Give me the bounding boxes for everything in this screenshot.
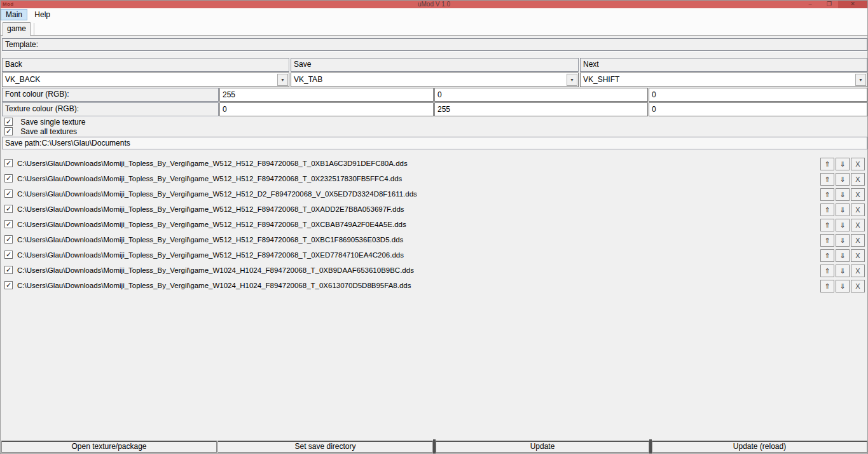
remove-icon[interactable]: X: [851, 203, 865, 216]
texture-path: C:\Users\Glau\Downloads\Momiji_Topless_B…: [17, 160, 408, 167]
move-down-icon[interactable]: ⇓: [836, 265, 850, 277]
texture-row: ✓ C:\Users\Glau\Downloads\Momiji_Topless…: [1, 248, 867, 263]
open-texture-package-button[interactable]: Open texture/package: [1, 441, 217, 453]
move-up-icon[interactable]: ⇑: [820, 234, 834, 247]
texture-colour-label: Texture colour (RGB):: [2, 102, 219, 116]
texture-colour-g-input[interactable]: [434, 102, 648, 116]
move-down-icon[interactable]: ⇓: [836, 203, 850, 216]
save-single-texture-label: Save single texture: [20, 118, 85, 127]
tab-strip: game: [1, 21, 867, 36]
menu-item-help[interactable]: Help: [29, 9, 55, 20]
menu-item-main[interactable]: Main: [1, 9, 27, 20]
menu-bar: Main Help: [1, 8, 867, 21]
update-button[interactable]: Update: [436, 441, 649, 453]
minimize-button[interactable]: –: [801, 1, 819, 8]
texture-path: C:\Users\Glau\Downloads\Momiji_Topless_B…: [17, 190, 417, 198]
checkbox-checked-icon[interactable]: ✓: [4, 189, 13, 198]
font-colour-b-input[interactable]: [649, 88, 867, 102]
hotkey-header-back: Back: [2, 58, 289, 72]
checkbox-checked-icon[interactable]: ✓: [4, 266, 13, 274]
update-reload-button[interactable]: Update (reload): [652, 441, 867, 453]
hotkey-header-next: Next: [580, 58, 867, 72]
remove-icon[interactable]: X: [851, 173, 865, 186]
back-key-select[interactable]: VK_BACK ▼: [2, 72, 289, 87]
move-down-icon[interactable]: ⇓: [836, 188, 850, 201]
move-up-icon[interactable]: ⇑: [820, 188, 834, 201]
remove-icon[interactable]: X: [851, 188, 865, 201]
bottom-bar: Open texture/package Set save directory …: [1, 439, 867, 453]
move-up-icon[interactable]: ⇑: [820, 173, 834, 186]
font-colour-g-input[interactable]: [434, 88, 648, 102]
move-down-icon[interactable]: ⇓: [836, 158, 850, 170]
move-down-icon[interactable]: ⇓: [836, 173, 850, 186]
checkbox-checked-icon[interactable]: ✓: [4, 127, 13, 135]
checkbox-checked-icon[interactable]: ✓: [4, 174, 13, 182]
tab-game[interactable]: game: [3, 22, 31, 36]
move-down-icon[interactable]: ⇓: [836, 280, 850, 292]
texture-colour-r-input[interactable]: [219, 102, 434, 116]
move-up-icon[interactable]: ⇑: [820, 203, 834, 216]
tab-strip-divider: [34, 23, 34, 35]
texture-path: C:\Users\Glau\Downloads\Momiji_Topless_B…: [17, 236, 403, 244]
checkbox-checked-icon[interactable]: ✓: [4, 251, 13, 259]
next-key-value: VK_SHIFT: [583, 75, 619, 84]
texture-path: C:\Users\Glau\Downloads\Momiji_Topless_B…: [17, 175, 402, 182]
checkbox-checked-icon[interactable]: ✓: [4, 159, 13, 167]
move-down-icon[interactable]: ⇓: [836, 234, 850, 247]
chevron-down-icon[interactable]: ▼: [855, 74, 866, 86]
checkbox-checked-icon[interactable]: ✓: [4, 205, 13, 213]
move-up-icon[interactable]: ⇑: [820, 280, 834, 292]
texture-path: C:\Users\Glau\Downloads\Momiji_Topless_B…: [17, 282, 411, 289]
hotkey-header-save: Save: [291, 58, 579, 72]
move-up-icon[interactable]: ⇑: [820, 265, 834, 277]
texture-row: ✓ C:\Users\Glau\Downloads\Momiji_Topless…: [1, 263, 867, 279]
move-up-icon[interactable]: ⇑: [820, 249, 834, 262]
save-key-value: VK_TAB: [294, 75, 322, 84]
save-path-box: Save path:C:\Users\Glau\Documents: [2, 137, 867, 149]
texture-list: ✓ C:\Users\Glau\Downloads\Momiji_Topless…: [1, 156, 867, 294]
umod-window: Mod uMod V 1.0 – ❐ ✕ Main Help game Temp…: [0, 0, 868, 454]
move-down-icon[interactable]: ⇓: [836, 249, 850, 262]
remove-icon[interactable]: X: [851, 249, 865, 262]
next-key-select[interactable]: VK_SHIFT ▼: [580, 72, 867, 87]
maximize-button[interactable]: ❐: [820, 1, 838, 8]
texture-path: C:\Users\Glau\Downloads\Momiji_Topless_B…: [17, 266, 414, 274]
move-up-icon[interactable]: ⇑: [820, 158, 834, 170]
save-all-textures-label: Save all textures: [20, 127, 77, 136]
texture-row: ✓ C:\Users\Glau\Downloads\Momiji_Topless…: [1, 172, 867, 187]
save-key-select[interactable]: VK_TAB ▼: [291, 72, 579, 87]
texture-row: ✓ C:\Users\Glau\Downloads\Momiji_Topless…: [1, 217, 867, 233]
font-colour-r-input[interactable]: [219, 88, 434, 102]
chevron-down-icon[interactable]: ▼: [567, 74, 577, 86]
save-all-textures-option: ✓ Save all textures: [4, 127, 77, 136]
move-down-icon[interactable]: ⇓: [836, 219, 850, 231]
chevron-down-icon[interactable]: ▼: [277, 74, 288, 86]
close-button[interactable]: ✕: [838, 1, 867, 8]
checkbox-checked-icon[interactable]: ✓: [4, 220, 13, 228]
move-up-icon[interactable]: ⇑: [820, 219, 834, 231]
texture-row: ✓ C:\Users\Glau\Downloads\Momiji_Topless…: [1, 233, 867, 248]
texture-row: ✓ C:\Users\Glau\Downloads\Momiji_Topless…: [1, 279, 867, 294]
remove-icon[interactable]: X: [851, 265, 865, 277]
checkbox-checked-icon[interactable]: ✓: [4, 118, 13, 126]
save-single-texture-option: ✓ Save single texture: [4, 118, 85, 127]
checkbox-checked-icon[interactable]: ✓: [4, 235, 13, 244]
font-colour-label: Font colour (RGB):: [2, 88, 219, 102]
remove-icon[interactable]: X: [851, 280, 865, 292]
texture-path: C:\Users\Glau\Downloads\Momiji_Topless_B…: [17, 251, 404, 259]
texture-row: ✓ C:\Users\Glau\Downloads\Momiji_Topless…: [1, 202, 867, 217]
texture-colour-b-input[interactable]: [649, 102, 867, 116]
texture-path: C:\Users\Glau\Downloads\Momiji_Topless_B…: [17, 221, 406, 228]
remove-icon[interactable]: X: [851, 158, 865, 170]
remove-icon[interactable]: X: [851, 219, 865, 231]
texture-path: C:\Users\Glau\Downloads\Momiji_Topless_B…: [17, 205, 404, 213]
title-bar: Mod uMod V 1.0 – ❐ ✕: [1, 1, 867, 8]
texture-row: ✓ C:\Users\Glau\Downloads\Momiji_Topless…: [1, 187, 867, 202]
set-save-directory-button[interactable]: Set save directory: [217, 441, 433, 453]
remove-icon[interactable]: X: [851, 234, 865, 247]
back-key-value: VK_BACK: [5, 75, 40, 84]
window-title: uMod V 1.0: [1, 1, 867, 8]
template-box: Template:: [2, 38, 867, 51]
texture-row: ✓ C:\Users\Glau\Downloads\Momiji_Topless…: [1, 156, 867, 172]
checkbox-checked-icon[interactable]: ✓: [4, 281, 13, 289]
